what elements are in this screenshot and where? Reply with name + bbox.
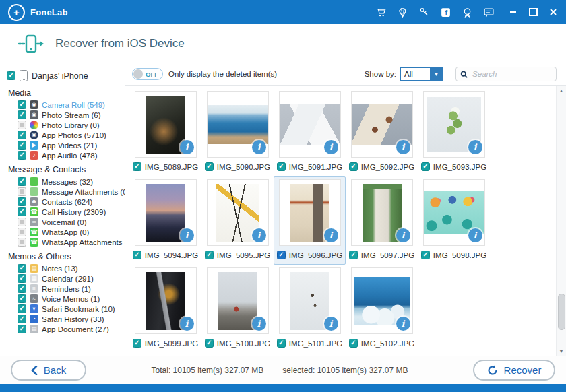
grid-cell-img-5091-jpg[interactable]: iIMG_5091.JPG [274,88,346,176]
maximize-button[interactable] [528,7,538,17]
sidebar-item-photo-stream[interactable]: ◉Photo Stream (6) [0,110,125,120]
sidebar-item-camera-roll[interactable]: ◉Camera Roll (549) [0,100,125,110]
deleted-only-toggle[interactable]: OFF [132,68,163,80]
info-icon[interactable]: i [180,140,194,154]
file-checkbox[interactable] [133,339,142,348]
checkbox-safari-bookmark[interactable] [18,304,26,313]
scroll-up-arrow[interactable]: ▲ [557,86,566,95]
checkbox-call-history[interactable] [18,207,26,216]
scrollbar-thumb[interactable] [558,294,565,330]
sidebar-item-call-history[interactable]: ☎Call History (2309) [0,207,125,217]
grid-cell-img-5093-jpg[interactable]: iIMG_5093.JPG [418,88,490,176]
chevron-down-icon[interactable]: ▼ [430,68,443,80]
thumbnail-img-5100-jpg[interactable]: i [207,267,269,334]
file-checkbox[interactable] [277,162,286,171]
info-icon[interactable]: i [396,317,410,331]
file-checkbox[interactable] [205,339,214,348]
grid-cell-img-5098-jpg[interactable]: iIMG_5098.JPG [418,176,490,265]
checkbox-messages[interactable] [18,177,26,186]
sidebar-item-voicemail[interactable]: ∞Voicemail (0) [0,217,125,227]
sidebar-item-app-document[interactable]: ▤App Document (27) [0,324,125,334]
thumbnail-img-5101-jpg[interactable]: i [279,267,341,334]
file-checkbox[interactable] [421,251,430,259]
thumbnail-img-5089-jpg[interactable]: i [135,91,197,158]
grid-cell-img-5094-jpg[interactable]: iIMG_5094.JPG [129,176,201,265]
scroll-down-arrow[interactable]: ▼ [557,346,566,356]
search-input[interactable] [471,69,552,79]
thumbnail-img-5099-jpg[interactable]: i [135,267,197,334]
thumbnail-img-5098-jpg[interactable]: i [423,179,485,246]
thumbnail-img-5093-jpg[interactable]: i [423,91,485,158]
sidebar-item-whatsapp-attachments[interactable]: ☎WhatsApp Attachments (0) [0,237,125,247]
sidebar-item-app-photos[interactable]: ◉App Photos (5710) [0,130,125,140]
info-icon[interactable]: i [396,228,410,242]
device-checkbox[interactable] [7,71,15,80]
info-icon[interactable]: i [324,228,338,242]
recover-button[interactable]: Recover [473,360,555,381]
file-checkbox[interactable] [205,162,214,171]
sidebar-item-reminders[interactable]: ≡Reminders (1) [0,284,125,294]
sidebar-item-photo-library[interactable]: Photo Library (0) [0,120,125,130]
file-checkbox[interactable] [349,251,358,259]
checkbox-message-attachments[interactable] [18,187,26,196]
checkbox-app-videos[interactable] [18,141,26,150]
gem-icon[interactable] [397,7,408,18]
search-box[interactable] [455,67,557,81]
sidebar-item-whatsapp[interactable]: ☎WhatsApp (0) [0,227,125,237]
key-icon[interactable] [418,7,430,18]
checkbox-whatsapp-attachments[interactable] [18,238,26,247]
thumbnail-img-5092-jpg[interactable]: i [351,91,413,158]
feedback-icon[interactable] [483,7,495,18]
file-checkbox[interactable] [205,251,214,259]
file-checkbox[interactable] [349,339,358,348]
cart-icon[interactable] [375,7,387,18]
checkbox-camera-roll[interactable] [18,100,26,109]
info-icon[interactable]: i [468,140,482,154]
checkbox-reminders[interactable] [18,284,26,293]
sidebar-item-safari-history[interactable]: ◔Safari History (33) [0,314,125,324]
sidebar-item-contacts[interactable]: ☻Contacts (624) [0,197,125,207]
grid-cell-img-5089-jpg[interactable]: iIMG_5089.JPG [129,88,201,176]
info-icon[interactable]: i [252,228,266,242]
grid-cell-img-5097-jpg[interactable]: iIMG_5097.JPG [346,176,418,265]
thumbnail-img-5090-jpg[interactable]: i [207,91,269,158]
checkbox-app-photos[interactable] [18,131,26,139]
info-icon[interactable]: i [180,228,194,242]
checkbox-calendar[interactable] [18,274,26,283]
sidebar-item-notes[interactable]: ▤Notes (13) [0,263,125,273]
grid-cell-img-5095-jpg[interactable]: iIMG_5095.JPG [201,176,274,265]
grid-cell-img-5096-jpg[interactable]: iIMG_5096.JPG [274,176,346,265]
info-icon[interactable]: i [396,140,410,154]
file-checkbox[interactable] [133,251,142,259]
thumbnail-img-5091-jpg[interactable]: i [279,91,341,158]
grid-cell-img-5099-jpg[interactable]: iIMG_5099.JPG [129,265,201,353]
sidebar-item-app-videos[interactable]: ▶App Videos (21) [0,140,125,150]
sidebar-item-safari-bookmark[interactable]: ▾Safari Bookmark (10) [0,304,125,314]
checkbox-photo-stream[interactable] [18,110,26,119]
info-icon[interactable]: i [252,140,266,154]
thumbnail-img-5097-jpg[interactable]: i [351,179,413,246]
checkbox-app-document[interactable] [18,325,26,333]
close-button[interactable] [548,7,558,17]
info-icon[interactable]: i [180,317,194,331]
thumbnail-img-5096-jpg[interactable]: i [279,179,341,246]
grid-cell-img-5100-jpg[interactable]: iIMG_5100.JPG [201,265,274,353]
checkbox-notes[interactable] [18,264,26,273]
checkbox-whatsapp[interactable] [18,228,26,236]
info-icon[interactable]: i [324,140,338,154]
checkbox-contacts[interactable] [18,197,26,206]
checkbox-safari-history[interactable] [18,315,26,323]
sidebar-item-voice-memos[interactable]: ≈Voice Memos (1) [0,294,125,304]
grid-cell-img-5101-jpg[interactable]: iIMG_5101.JPG [274,265,346,353]
file-checkbox[interactable] [277,251,286,259]
promotion-icon[interactable] [462,7,473,18]
info-icon[interactable]: i [324,317,338,331]
sidebar-item-app-audio[interactable]: ♪App Audio (478) [0,150,125,160]
file-checkbox[interactable] [421,162,430,171]
thumbnail-img-5102-jpg[interactable]: i [351,267,413,334]
checkbox-voice-memos[interactable] [18,294,26,303]
file-checkbox[interactable] [277,339,286,348]
grid-cell-img-5092-jpg[interactable]: iIMG_5092.JPG [346,88,418,176]
sidebar-item-calendar[interactable]: ▦Calendar (291) [0,273,125,284]
thumbnail-img-5094-jpg[interactable]: i [135,179,197,246]
